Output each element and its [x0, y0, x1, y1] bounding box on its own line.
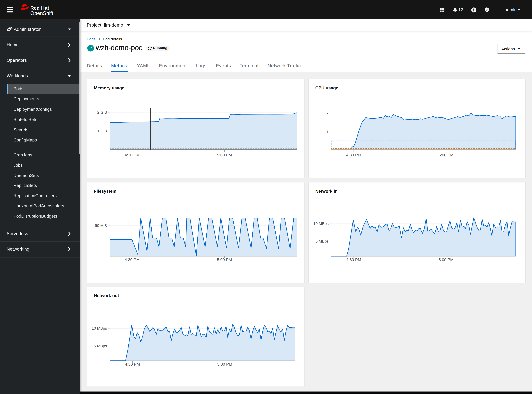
svg-text:5:00 PM: 5:00 PM [217, 258, 232, 262]
svg-text:10 MBps: 10 MBps [92, 326, 107, 331]
svg-text:50 MiB: 50 MiB [95, 223, 107, 228]
svg-text:4:30 PM: 4:30 PM [125, 258, 140, 262]
svg-text:10 MBps: 10 MBps [313, 222, 329, 226]
svg-text:5:00 PM: 5:00 PM [217, 362, 232, 366]
svg-text:5:00 PM: 5:00 PM [217, 153, 232, 157]
svg-text:4:30 PM: 4:30 PM [346, 258, 361, 262]
svg-text:4:30 PM: 4:30 PM [125, 362, 140, 366]
svg-text:?: ? [486, 8, 488, 11]
svg-text:5 MBps: 5 MBps [94, 344, 107, 348]
svg-text:2: 2 [327, 113, 329, 117]
svg-text:4:30 PM: 4:30 PM [346, 153, 361, 157]
svg-text:5:00 PM: 5:00 PM [439, 258, 453, 262]
svg-text:5:00 PM: 5:00 PM [439, 153, 453, 157]
svg-text:1: 1 [327, 130, 329, 134]
svg-text:5 MBps: 5 MBps [316, 239, 329, 243]
svg-text:1 GiB: 1 GiB [97, 129, 107, 133]
svg-text:4:30 PM: 4:30 PM [125, 153, 140, 157]
svg-text:2 GiB: 2 GiB [97, 110, 107, 114]
